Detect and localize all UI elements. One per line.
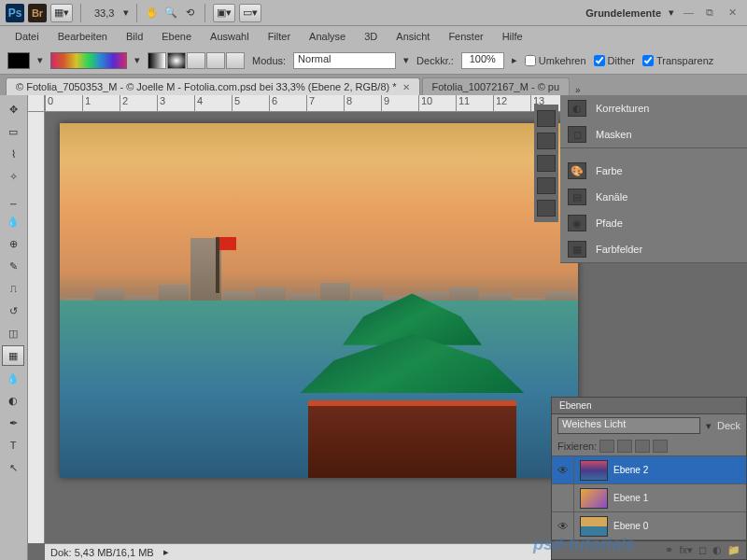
healing-tool[interactable]: ⊕: [2, 233, 24, 254]
menu-hilfe[interactable]: Hilfe: [493, 28, 532, 45]
history-brush-tool[interactable]: ↺: [2, 301, 24, 321]
panel-masken[interactable]: ◻Masken: [560, 121, 747, 147]
hand-icon[interactable]: ✋: [145, 6, 160, 21]
tool-preset[interactable]: [7, 52, 30, 69]
document-tab-inactive[interactable]: Fotolia_10072167_M - © pu: [422, 77, 571, 95]
close-icon[interactable]: ✕: [728, 7, 741, 20]
arrange-dropdown[interactable]: ▣▾: [213, 4, 235, 22]
photoshop-logo: Ps: [6, 4, 24, 22]
document-tab-active[interactable]: © Fotolia_7050353_M - © Joelle M - Fotol…: [6, 77, 420, 95]
panel-icon-2[interactable]: [537, 133, 556, 149]
menu-filter[interactable]: Filter: [259, 28, 300, 45]
menu-bild[interactable]: Bild: [117, 28, 152, 45]
dither-checkbox[interactable]: Dither: [594, 55, 635, 66]
panel-icon-1[interactable]: [537, 110, 556, 127]
opacity-label: Deckkr.:: [416, 55, 454, 66]
adjustments-icon: ◐: [568, 100, 586, 117]
panel-icon-4[interactable]: [537, 177, 556, 194]
lasso-tool[interactable]: ⌇: [2, 144, 24, 164]
menu-analyse[interactable]: Analyse: [300, 28, 355, 45]
gradient-preview[interactable]: [50, 52, 127, 69]
type-tool[interactable]: T: [2, 435, 24, 455]
link-layers-icon[interactable]: ⚭: [665, 544, 673, 556]
ruler-corner: [28, 95, 45, 112]
eraser-tool[interactable]: ◫: [2, 323, 24, 343]
channels-icon: ▤: [568, 189, 586, 205]
wand-tool[interactable]: ✧: [2, 166, 24, 187]
layer-row[interactable]: 👁 Ebene 2: [552, 456, 746, 484]
pen-tool[interactable]: ✒: [2, 413, 24, 433]
layer-thumbnail[interactable]: [580, 488, 608, 509]
menu-auswahl[interactable]: Auswahl: [201, 28, 259, 45]
adj-layer-icon[interactable]: ◐: [712, 544, 722, 556]
visibility-icon[interactable]: 👁: [552, 456, 574, 483]
path-select-tool[interactable]: ↖: [2, 457, 24, 478]
workspace-selector[interactable]: Grundelemente: [582, 7, 665, 19]
menu-3d[interactable]: 3D: [355, 28, 387, 45]
panel-farbe[interactable]: 🎨Farbe: [560, 158, 747, 184]
lock-position[interactable]: [635, 440, 650, 453]
panel-icon-3[interactable]: [537, 155, 556, 172]
gradient-tool[interactable]: ▦: [2, 345, 24, 366]
lock-pixels[interactable]: [617, 440, 632, 453]
menu-datei[interactable]: Datei: [6, 28, 49, 45]
fx-icon[interactable]: fx▾: [679, 544, 693, 556]
menu-fenster[interactable]: Fenster: [439, 28, 492, 45]
marquee-tool[interactable]: ▭: [2, 121, 24, 142]
lock-transparent[interactable]: [599, 440, 614, 453]
panel-icon-5[interactable]: [537, 200, 556, 217]
document-image: [60, 123, 578, 478]
transparency-checkbox[interactable]: Transparenz: [642, 55, 713, 66]
eyedropper-tool[interactable]: 💧: [2, 211, 24, 231]
gradient-type-group: [148, 52, 245, 69]
stamp-tool[interactable]: ⎍: [2, 278, 24, 299]
minimize-icon[interactable]: —: [684, 7, 697, 20]
maximize-icon[interactable]: ⧉: [706, 7, 719, 20]
reverse-checkbox[interactable]: Umkehren: [525, 55, 586, 66]
paths-icon: ◉: [568, 215, 586, 231]
layer-thumbnail[interactable]: [580, 516, 608, 537]
screenmode-dropdown[interactable]: ▭▾: [239, 4, 261, 22]
menu-ansicht[interactable]: Ansicht: [387, 28, 439, 45]
rotate-view-icon[interactable]: ⟲: [182, 6, 197, 21]
bridge-logo[interactable]: Br: [28, 4, 47, 22]
brush-tool[interactable]: ✎: [2, 256, 24, 276]
layer-row[interactable]: Ebene 1: [552, 484, 746, 512]
visibility-icon[interactable]: [552, 484, 574, 511]
panel-kanaele[interactable]: ▤Kanäle: [560, 184, 747, 210]
group-icon[interactable]: 📁: [727, 544, 740, 556]
zoom-icon[interactable]: 🔍: [163, 6, 178, 21]
gradient-linear[interactable]: [148, 52, 166, 69]
move-tool[interactable]: ✥: [2, 99, 24, 119]
panel-farbfelder[interactable]: ▦Farbfelder: [560, 236, 747, 262]
menubar: Datei Bearbeiten Bild Ebene Auswahl Filt…: [0, 26, 747, 47]
gradient-diamond[interactable]: [226, 52, 245, 69]
mode-label: Modus:: [252, 55, 286, 66]
menu-ebene[interactable]: Ebene: [152, 28, 201, 45]
watermark: psd-tutorials: [533, 535, 635, 554]
panel-korrekturen[interactable]: ◐Korrekturen: [560, 95, 747, 121]
mask-icon[interactable]: ◻: [698, 544, 707, 556]
layer-thumbnail[interactable]: [580, 460, 608, 481]
zoom-level[interactable]: 33,3: [89, 7, 120, 19]
canvas[interactable]: [60, 123, 578, 478]
layout-dropdown[interactable]: ▦▾: [50, 4, 73, 22]
gradient-reflected[interactable]: [206, 52, 225, 69]
mode-select[interactable]: Normal: [293, 52, 396, 69]
gradient-angle[interactable]: [187, 52, 205, 69]
menu-bearbeiten[interactable]: Bearbeiten: [49, 28, 117, 45]
layers-tab[interactable]: Ebenen: [552, 398, 746, 414]
blend-mode-select[interactable]: Weiches Licht: [557, 417, 700, 434]
lock-all[interactable]: [653, 440, 668, 453]
tabs-overflow-icon[interactable]: »: [575, 85, 581, 95]
dodge-tool[interactable]: ◐: [2, 390, 24, 411]
opacity-input[interactable]: 100%: [461, 52, 504, 69]
panel-pfade[interactable]: ◉Pfade: [560, 210, 747, 236]
layer-lock-bar: Fixieren:: [552, 437, 746, 456]
gradient-radial[interactable]: [167, 52, 186, 69]
close-tab-icon[interactable]: ✕: [402, 82, 410, 92]
blur-tool[interactable]: 💧: [2, 368, 24, 388]
crop-tool[interactable]: ⎯: [2, 189, 24, 209]
status-doc-size: Dok: 5,43 MB/16,1 MB: [50, 547, 154, 558]
ruler-vertical[interactable]: [28, 112, 45, 543]
